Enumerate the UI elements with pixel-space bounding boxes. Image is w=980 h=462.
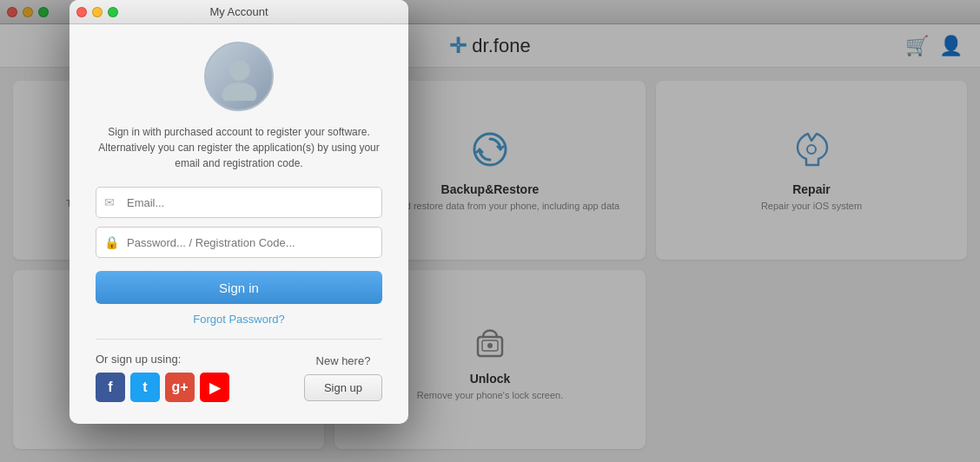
or-signup-label: Or sign up using: bbox=[96, 353, 229, 366]
svg-point-16 bbox=[228, 60, 249, 81]
googleplus-button[interactable]: g+ bbox=[165, 373, 195, 402]
modal-body: Sign in with purchased account to regist… bbox=[70, 24, 408, 424]
new-here-label: New here? bbox=[316, 354, 371, 367]
twitter-button[interactable]: t bbox=[130, 373, 160, 402]
social-row: Or sign up using: f t g+ ▶ New here? Sig… bbox=[96, 353, 382, 402]
forgot-password-link[interactable]: Forgot Password? bbox=[193, 313, 285, 326]
modal-maximize-button[interactable] bbox=[108, 7, 118, 17]
signup-button[interactable]: Sign up bbox=[304, 374, 382, 401]
svg-point-17 bbox=[222, 82, 256, 101]
email-form-group: ✉ bbox=[96, 187, 382, 218]
modal-titlebar: My Account bbox=[70, 0, 408, 24]
password-input[interactable] bbox=[96, 227, 382, 258]
facebook-button[interactable]: f bbox=[96, 373, 125, 402]
youtube-button[interactable]: ▶ bbox=[200, 373, 229, 402]
new-here-section: New here? Sign up bbox=[304, 354, 382, 401]
email-icon: ✉ bbox=[104, 195, 115, 209]
modal-title: My Account bbox=[209, 5, 268, 18]
lock-icon: 🔒 bbox=[104, 235, 119, 249]
modal-minimize-button[interactable] bbox=[92, 7, 103, 17]
modal-overlay: My Account Sign in with purchased accoun… bbox=[0, 0, 980, 462]
password-form-group: 🔒 bbox=[96, 227, 382, 258]
modal-close-button[interactable] bbox=[76, 7, 87, 17]
signin-button[interactable]: Sign in bbox=[96, 271, 382, 304]
avatar-icon bbox=[215, 53, 263, 101]
modal-description: Sign in with purchased account to regist… bbox=[96, 124, 382, 171]
email-input[interactable] bbox=[96, 187, 382, 218]
my-account-modal: My Account Sign in with purchased accoun… bbox=[70, 0, 408, 424]
divider bbox=[96, 339, 382, 340]
social-left: Or sign up using: f t g+ ▶ bbox=[96, 353, 229, 402]
avatar bbox=[204, 42, 274, 111]
social-buttons: f t g+ ▶ bbox=[96, 373, 229, 402]
modal-window-controls bbox=[76, 7, 118, 17]
